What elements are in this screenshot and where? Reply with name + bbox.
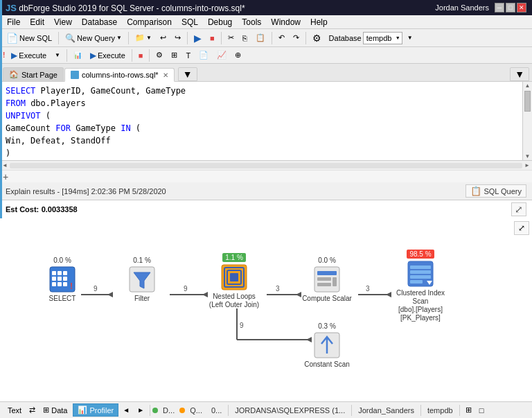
new-sql-button[interactable]: 📄 New SQL	[3, 31, 55, 46]
menu-help[interactable]: Help	[306, 17, 332, 28]
scroll-right-button[interactable]: ►	[524, 162, 531, 169]
results-title: Explain results - [194ms] 2:02:36 PM 5/2…	[6, 187, 166, 195]
undo-button[interactable]: ↶	[275, 31, 288, 44]
scroll-left-button[interactable]: ◄	[1, 162, 8, 169]
node-constant-scan[interactable]: 0.3 % Constant Scan	[299, 322, 355, 369]
statusbar-tab-data[interactable]: ⊞ Data	[38, 403, 72, 417]
titlebar-title: JS dbForge Studio 2019 for SQL Server - …	[6, 3, 245, 13]
user-label: Jordan Sanders	[435, 3, 489, 12]
status-0-info: 0...	[207, 406, 226, 415]
stop-icon: ■	[210, 34, 215, 42]
tab-close-button[interactable]: ✕	[163, 71, 168, 79]
menu-sql[interactable]: SQL	[177, 17, 202, 28]
tab-add-button[interactable]: ▼	[178, 67, 197, 81]
statusbar-grid-view[interactable]: ⊞	[462, 403, 475, 417]
stop-button[interactable]: ■	[206, 32, 218, 44]
statusbar-separator	[150, 405, 150, 416]
database-select[interactable]: tempdb	[363, 32, 402, 44]
statusbar-prev[interactable]: ◄	[119, 404, 133, 416]
back-button[interactable]: ↩	[157, 31, 170, 44]
execute2-button[interactable]: ▶ Execute	[87, 49, 129, 62]
new-sql-icon: 📄	[6, 33, 18, 44]
expand-button[interactable]: ⤢	[511, 202, 526, 216]
menu-debug[interactable]: Debug	[204, 17, 236, 28]
statusbar-arrows[interactable]: ⇄	[27, 405, 37, 415]
exec-grid-button[interactable]: ⊞	[168, 49, 181, 62]
svg-rect-34	[317, 271, 337, 275]
scroll-track[interactable]	[523, 89, 532, 153]
svg-rect-22	[63, 277, 67, 281]
code-editor[interactable]: SELECT PlayerID, GameCount, GameType FRO…	[0, 82, 522, 160]
editor-vertical-scrollbar[interactable]: ▲ ▼	[522, 82, 532, 160]
exec-chart-button[interactable]: 📈	[213, 49, 230, 62]
menu-file[interactable]: File	[3, 17, 24, 28]
exec-file-button[interactable]: 📄	[195, 49, 212, 62]
clustered-index-label: Clustered Index Scan[dbo].[Players][PK_P…	[389, 289, 452, 322]
h-scroll-thumb[interactable]	[10, 163, 522, 168]
explain-button[interactable]: 📊	[70, 49, 85, 61]
exec-stop-button[interactable]: ■	[135, 49, 147, 62]
db-dropdown-button[interactable]: ▼	[404, 33, 416, 43]
editor-horizontal-scrollbar[interactable]: ◄ ►	[0, 160, 532, 170]
scroll-thumb[interactable]	[524, 91, 531, 112]
statusbar-window-view[interactable]: □	[476, 404, 488, 417]
toolbar-separator6	[305, 32, 306, 44]
execute-button[interactable]: ▶ Execute	[8, 49, 50, 62]
statusbar-tab-profiler[interactable]: 📊 Profiler	[73, 403, 118, 417]
close-button[interactable]: ✕	[517, 3, 526, 12]
node-nested-loops[interactable]: 1.1 % Nested Loops(Left Outer Join)	[206, 253, 262, 309]
exec-dropdown-button[interactable]: ▼	[51, 50, 64, 60]
exec-options-button[interactable]: ⚙	[152, 49, 166, 62]
est-cost-row: Est Cost: 0.0033358 ⤢	[0, 200, 532, 218]
statusbar-tab-text[interactable]: Text	[3, 404, 26, 417]
node-filter[interactable]: 0.1 % Filter	[121, 256, 163, 303]
explain-icon: 📊	[73, 51, 82, 59]
maximize-button[interactable]: □	[506, 3, 515, 12]
svg-rect-42	[410, 280, 423, 284]
node-select[interactable]: 0.0 % !	[38, 256, 87, 303]
copy-button[interactable]: ⎘	[239, 32, 251, 44]
code-line-5: Win, Defeat, StandOff	[6, 134, 517, 147]
new-query-button[interactable]: 🔍 New Query ▼	[62, 31, 125, 45]
clustered-index-pct: 98.5 %	[389, 250, 452, 259]
data-tab-label: Data	[51, 406, 67, 415]
paste-button[interactable]: 📋	[252, 31, 269, 44]
diagram-connectors-svg: 9 9 3 3 9	[0, 218, 532, 401]
menu-tools[interactable]: Tools	[238, 17, 265, 28]
fork-button[interactable]: ⚙	[309, 31, 325, 46]
run-button[interactable]: ▶	[190, 31, 205, 46]
diagram-expand-button[interactable]: ⤢	[514, 221, 529, 235]
constant-scan-label: Constant Scan	[299, 360, 355, 369]
tab-columns-into-rows[interactable]: columns-into-rows.sql* ✕	[64, 68, 175, 82]
svg-text:9: 9	[94, 285, 98, 293]
menu-window[interactable]: Window	[267, 17, 305, 28]
node-clustered-index[interactable]: 98.5 % Clustered Index Scan[dbo].[Player…	[389, 250, 452, 322]
scroll-up-button[interactable]: ▲	[523, 82, 532, 89]
forward-button[interactable]: ↪	[171, 31, 184, 44]
sql-query-button[interactable]: 📋 SQL Query	[466, 184, 526, 198]
statusbar-separator2	[228, 405, 229, 416]
tab-start-page[interactable]: 🏠 Start Page	[3, 67, 64, 81]
menu-edit[interactable]: Edit	[26, 17, 48, 28]
svg-rect-36	[317, 283, 331, 286]
tab-scroll-right[interactable]: ▼	[510, 67, 529, 81]
compute-scalar-icon	[313, 265, 341, 293]
toolbar-separator	[58, 32, 59, 44]
redo-button[interactable]: ↷	[290, 31, 303, 44]
add-button[interactable]: +	[3, 171, 8, 182]
exec-text-button[interactable]: T	[182, 49, 194, 62]
menu-comparison[interactable]: Comparison	[123, 17, 176, 28]
statusbar-next[interactable]: ►	[134, 404, 148, 416]
menu-view[interactable]: View	[50, 17, 76, 28]
menu-database[interactable]: Database	[78, 17, 121, 28]
active-line-indicator	[0, 82, 2, 160]
scroll-down-button[interactable]: ▼	[523, 153, 532, 160]
open-button[interactable]: 📁▼	[132, 31, 155, 44]
exec-pivot-button[interactable]: ⊕	[231, 49, 245, 62]
cut-button[interactable]: ✂	[224, 31, 238, 44]
svg-rect-20	[52, 277, 56, 281]
node-compute-scalar[interactable]: 0.0 % Compute Scalar	[299, 256, 355, 303]
code-line-6: )	[6, 147, 517, 159]
minimize-button[interactable]: ─	[495, 3, 504, 12]
status-dot-yellow	[179, 408, 185, 413]
